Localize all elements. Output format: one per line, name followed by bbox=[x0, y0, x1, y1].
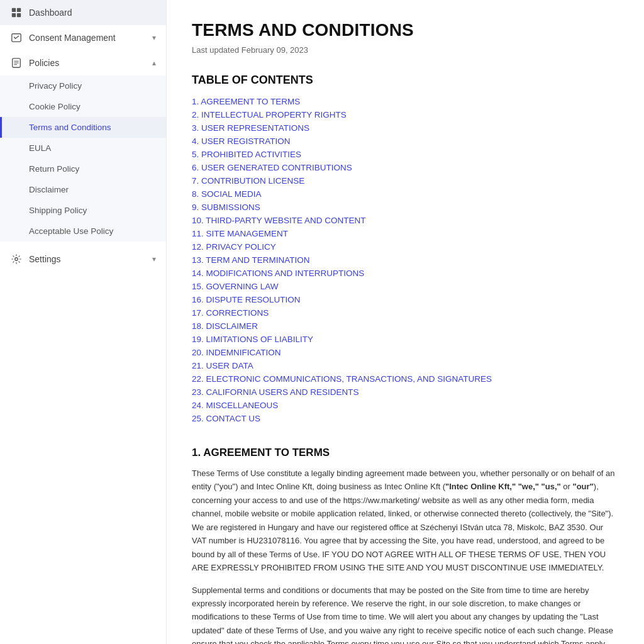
submenu-item-eula[interactable]: EULA bbox=[0, 138, 166, 158]
submenu-item-shipping-policy[interactable]: Shipping Policy bbox=[0, 200, 166, 221]
submenu-item-disclaimer[interactable]: Disclaimer bbox=[0, 179, 166, 200]
submenu-item-terms-and-conditions[interactable]: Terms and Conditions bbox=[0, 117, 166, 138]
settings-icon bbox=[10, 253, 23, 265]
submenu-item-return-policy[interactable]: Return Policy bbox=[0, 158, 166, 179]
toc-link[interactable]: 10. THIRD-PARTY WEBSITE AND CONTENT bbox=[192, 216, 366, 225]
toc-link[interactable]: 3. USER REPRESENTATIONS bbox=[192, 123, 309, 133]
svg-point-9 bbox=[15, 258, 18, 261]
toc-link[interactable]: 1. AGREEMENT TO TERMS bbox=[192, 97, 300, 106]
toc-link[interactable]: 24. MISCELLANEOUS bbox=[192, 401, 278, 410]
section1-paragraph2: Supplemental terms and conditions or doc… bbox=[192, 584, 619, 645]
consent-management-label: Consent Management bbox=[29, 33, 116, 43]
toc-link[interactable]: 2. INTELLECTUAL PROPERTY RIGHTS bbox=[192, 110, 347, 119]
dashboard-label: Dashboard bbox=[29, 8, 72, 18]
toc-link[interactable]: 19. LIMITATIONS OF LIABILITY bbox=[192, 335, 313, 344]
page-title: TERMS AND CONDITIONS bbox=[192, 20, 619, 40]
toc-link[interactable]: 23. CALIFORNIA USERS AND RESIDENTS bbox=[192, 387, 359, 397]
svg-rect-0 bbox=[12, 8, 16, 12]
dashboard-icon bbox=[10, 6, 23, 19]
toc-link[interactable]: 16. DISPUTE RESOLUTION bbox=[192, 295, 301, 304]
policies-chevron-icon: ▴ bbox=[152, 58, 156, 67]
toc-link[interactable]: 7. CONTRIBUTION LICENSE bbox=[192, 176, 304, 186]
sidebar-item-policies[interactable]: Policies ▴ bbox=[0, 50, 166, 75]
submenu-item-privacy-policy[interactable]: Privacy Policy bbox=[0, 75, 166, 96]
consent-management-chevron-icon: ▾ bbox=[152, 33, 156, 42]
toc-link[interactable]: 8. SOCIAL MEDIA bbox=[192, 189, 262, 199]
toc-link[interactable]: 21. USER DATA bbox=[192, 361, 253, 370]
submenu-item-cookie-policy[interactable]: Cookie Policy bbox=[0, 96, 166, 117]
policies-icon bbox=[10, 57, 23, 69]
submenu-item-acceptable-use-policy[interactable]: Acceptable Use Policy bbox=[0, 221, 166, 242]
main-content: TERMS AND CONDITIONS Last updated Februa… bbox=[167, 0, 644, 644]
toc-link[interactable]: 4. USER REGISTRATION bbox=[192, 136, 291, 146]
toc-link[interactable]: 11. SITE MANAGEMENT bbox=[192, 229, 288, 238]
toc-list: 1. AGREEMENT TO TERMS2. INTELLECTUAL PRO… bbox=[192, 96, 619, 424]
section1-paragraph1: These Terms of Use constitute a legally … bbox=[192, 467, 619, 575]
sidebar-item-consent-management[interactable]: Consent Management ▾ bbox=[0, 25, 166, 50]
svg-rect-1 bbox=[17, 8, 21, 12]
toc-link[interactable]: 17. CORRECTIONS bbox=[192, 308, 269, 318]
policies-label: Policies bbox=[29, 58, 59, 68]
toc-link[interactable]: 13. TERM AND TERMINATION bbox=[192, 255, 310, 265]
svg-rect-3 bbox=[17, 13, 21, 17]
settings-label: Settings bbox=[29, 254, 61, 264]
svg-rect-2 bbox=[12, 13, 16, 17]
toc-link[interactable]: 22. ELECTRONIC COMMUNICATIONS, TRANSACTI… bbox=[192, 374, 492, 384]
toc-link[interactable]: 14. MODIFICATIONS AND INTERRUPTIONS bbox=[192, 269, 364, 278]
last-updated-text: Last updated February 09, 2023 bbox=[192, 45, 619, 55]
policies-submenu: Privacy Policy Cookie Policy Terms and C… bbox=[0, 75, 166, 242]
sidebar: Dashboard Consent Management ▾ Policies … bbox=[0, 0, 167, 644]
sidebar-item-dashboard[interactable]: Dashboard bbox=[0, 0, 166, 25]
toc-link[interactable]: 9. SUBMISSIONS bbox=[192, 203, 260, 212]
toc-heading: TABLE OF CONTENTS bbox=[192, 74, 619, 87]
toc-link[interactable]: 12. PRIVACY POLICY bbox=[192, 242, 276, 252]
consent-icon bbox=[10, 31, 23, 44]
settings-chevron-icon: ▾ bbox=[152, 255, 156, 264]
section1-heading: 1. AGREEMENT TO TERMS bbox=[192, 447, 619, 459]
toc-link[interactable]: 25. CONTACT US bbox=[192, 414, 260, 423]
toc-link[interactable]: 20. INDEMNIFICATION bbox=[192, 348, 281, 357]
toc-link[interactable]: 18. DISCLAIMER bbox=[192, 321, 258, 331]
toc-link[interactable]: 6. USER GENERATED CONTRIBUTIONS bbox=[192, 163, 352, 172]
toc-link[interactable]: 5. PROHIBITED ACTIVITIES bbox=[192, 150, 301, 159]
sidebar-item-settings[interactable]: Settings ▾ bbox=[0, 247, 166, 272]
toc-link[interactable]: 15. GOVERNING LAW bbox=[192, 282, 279, 291]
